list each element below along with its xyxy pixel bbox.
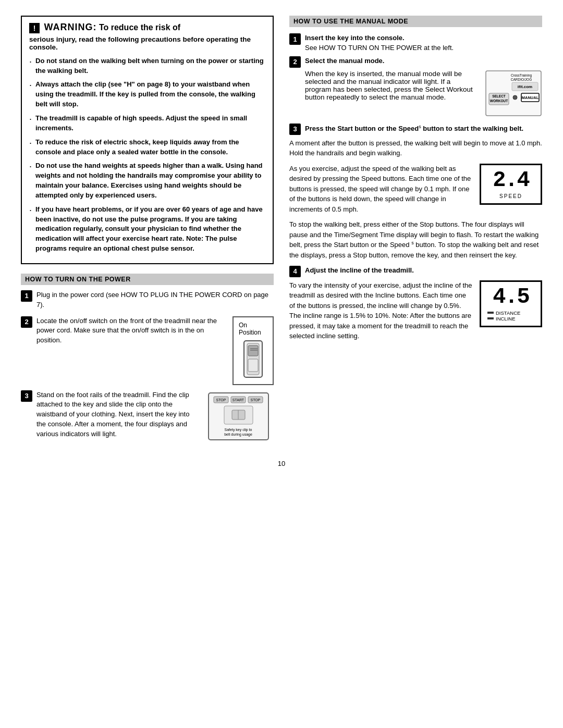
right-step-3-container: 3 Press the Start button or the Speeds b… (289, 124, 542, 215)
distance-label: DISTANCE (496, 310, 520, 316)
right-step-2: 2 Select the manual mode. (289, 56, 542, 68)
right-step-4-number: 4 (289, 266, 301, 277)
warning-title: ! WARNING: To reduce the risk of (29, 22, 265, 33)
manual-console-figure: CrossTraining CARDIO/JOG ifit.com SELECT… (485, 70, 542, 118)
warning-subtitle-part2: serious injury, read the following preca… (29, 35, 265, 51)
right-step-1-subtext: See HOW TO TURN ON THE POWER at the left… (305, 44, 454, 52)
speed-display-container: 2.4 SPEED (480, 164, 542, 215)
svg-rect-2 (248, 346, 258, 356)
clip-figure-svg: STOP START STOP Safety key clip to belt … (206, 390, 271, 442)
incline-indicators: DISTANCE INCLINE (487, 310, 534, 322)
incline-display-container: 4.5 DISTANCE INCLINE (480, 280, 542, 341)
left-step-1: 1 Plug in the power cord (see HOW TO PLU… (21, 290, 274, 310)
right-step-1-bold: Insert the key into the console. (305, 34, 405, 42)
incline-number: 4.5 (487, 286, 534, 308)
right-step-3-para1: A moment after the button is pressed, th… (289, 138, 542, 158)
left-step-3-text: Stand on the foot rails of the treadmill… (36, 390, 200, 444)
on-off-figure: On Position (232, 316, 274, 385)
left-step-1-number: 1 (21, 290, 32, 302)
on-position-label: On Position (239, 322, 267, 336)
svg-text:WORKOUT: WORKOUT (490, 99, 508, 103)
right-step-1-number: 1 (289, 33, 301, 45)
right-step-3: 3 Press the Start button or the Speeds b… (289, 124, 542, 135)
speed-label: SPEED (487, 193, 534, 199)
page-number: 10 (21, 460, 542, 467)
right-step-2-container: 2 Select the manual mode. When the key i… (289, 56, 542, 118)
left-step-3-inner: 3 Stand on the foot rails of the treadmi… (21, 390, 200, 444)
distance-indicator: DISTANCE (487, 310, 534, 316)
svg-text:CrossTraining: CrossTraining (511, 73, 532, 78)
stop-paragraph: To stop the walking belt, press either o… (289, 219, 542, 260)
right-step-4-bold-text: Adjust the incline of the treadmill. (305, 266, 414, 274)
right-section-header: HOW TO USE THE MANUAL MODE (289, 16, 542, 27)
right-step-3-bold: Press the Start button or the Speed (305, 125, 419, 132)
right-step-4-para1: To vary the intensity of your exercise, … (289, 280, 473, 341)
right-step-2-text: When the key is inserted, the manual mod… (305, 70, 479, 118)
speed-number: 2.4 (487, 169, 534, 191)
svg-text:ifit.com: ifit.com (518, 84, 532, 89)
left-step-2-inner: 2 Locate the on/off switch on the front … (21, 316, 227, 385)
left-column: ! WARNING: To reduce the risk of serious… (21, 16, 274, 449)
svg-text:CARDIO/JOG: CARDIO/JOG (511, 78, 532, 81)
left-step-3: 3 Stand on the foot rails of the treadmi… (21, 390, 274, 444)
svg-text:SELECT: SELECT (492, 94, 506, 98)
right-step-3-para2: As you exercise, adjust the speed of the… (289, 164, 473, 215)
on-off-switch-svg (239, 338, 267, 380)
left-section-header: HOW TO TURN ON THE POWER (21, 274, 274, 285)
incline-indicator: INCLINE (487, 316, 534, 322)
svg-text:STOP: STOP (251, 398, 261, 402)
speed-display: 2.4 SPEED (480, 164, 542, 205)
clip-console-figure: STOP START STOP Safety key clip to belt … (206, 390, 274, 444)
superscript-s-2: s (411, 240, 414, 245)
right-step-4-bold: Adjust the incline of the treadmill. (305, 266, 542, 276)
right-step-1: 1 Insert the key into the console. See H… (289, 33, 542, 53)
right-step-2-body: When the key is inserted, the manual mod… (289, 70, 542, 118)
right-step-4-container: 4 Adjust the incline of the treadmill. T… (289, 266, 542, 341)
warning-box: ! WARNING: To reduce the risk of serious… (21, 16, 274, 264)
incline-bar (487, 317, 494, 319)
right-step-1-content: Insert the key into the console. See HOW… (305, 33, 542, 53)
bullet-5: Do not use the hand weights at speeds hi… (29, 161, 265, 200)
warning-word: WARNING: (44, 22, 96, 32)
manual-console-svg: CrossTraining CARDIO/JOG ifit.com SELECT… (485, 70, 542, 117)
incline-label: INCLINE (496, 316, 515, 322)
right-step-3-content: Press the Start button or the Speeds but… (305, 124, 542, 134)
left-step-1-text: Plug in the power cord (see HOW TO PLUG … (36, 290, 274, 310)
right-step-2-number: 2 (289, 56, 301, 68)
right-column: HOW TO USE THE MANUAL MODE 1 Insert the … (289, 16, 542, 449)
bullet-6: If you have heart problems, or if you ar… (29, 205, 265, 254)
right-step-3-bold2: button to start the walking belt. (421, 125, 523, 132)
incline-display: 4.5 DISTANCE INCLINE (480, 280, 542, 327)
right-step-4: 4 Adjust the incline of the treadmill. (289, 266, 542, 277)
svg-text:belt during usage: belt during usage (224, 433, 252, 437)
warning-icon: ! (29, 23, 40, 33)
right-step-2-bold-text: Select the manual mode. (305, 57, 384, 65)
bullet-2: Always attach the clip (see "H" on page … (29, 80, 265, 109)
svg-point-28 (513, 95, 517, 100)
svg-text:MANUAL: MANUAL (522, 95, 539, 100)
left-step-2: 2 Locate the on/off switch on the front … (21, 316, 274, 385)
svg-rect-5 (248, 359, 258, 372)
left-step-3-number: 3 (21, 390, 32, 402)
svg-text:Safety key clip to: Safety key clip to (225, 428, 252, 432)
left-step-2-number: 2 (21, 316, 32, 328)
svg-text:STOP: STOP (216, 398, 226, 402)
incline-para-figure: To vary the intensity of your exercise, … (289, 280, 542, 341)
warning-subtitle-part1: To reduce the risk of (99, 23, 180, 32)
left-step-2-text: Locate the on/off switch on the front of… (36, 316, 227, 346)
right-step-3-number: 3 (289, 124, 301, 135)
right-step-2-bold: Select the manual mode. (305, 56, 542, 66)
bullet-3: The treadmill is capable of high speeds.… (29, 114, 265, 133)
distance-bar (487, 312, 494, 314)
bullet-4: To reduce the risk of electric shock, ke… (29, 138, 265, 157)
bullet-1: Do not stand on the walking belt when tu… (29, 56, 265, 76)
speed-para-figure: As you exercise, adjust the speed of the… (289, 164, 542, 215)
svg-text:START: START (232, 398, 244, 402)
warning-bullet-list: Do not stand on the walking belt when tu… (29, 56, 265, 254)
